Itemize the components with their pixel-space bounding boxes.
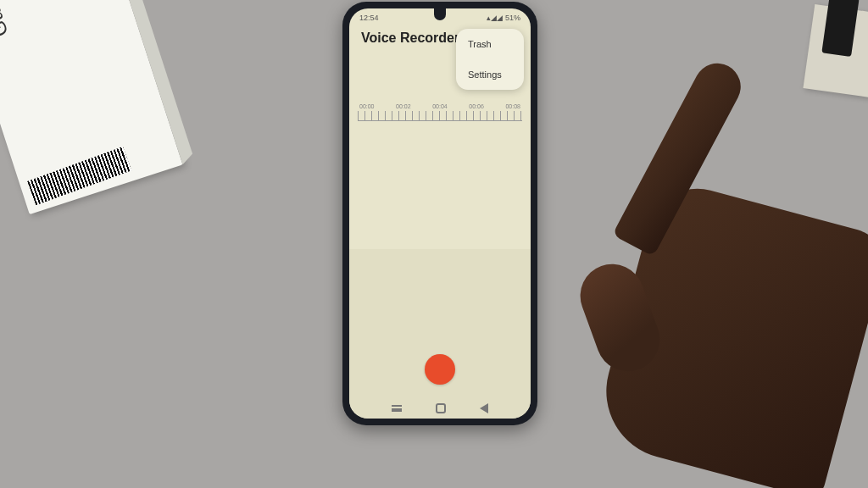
- menu-item-trash[interactable]: Trash: [456, 29, 524, 59]
- time-label: 00:02: [396, 103, 411, 109]
- palm: [591, 177, 868, 488]
- notch: [434, 8, 446, 20]
- timeline-area: 00:00 00:02 00:04 00:06 00:08: [349, 103, 531, 129]
- time-label: 00:08: [505, 103, 520, 109]
- thumb: [571, 255, 669, 380]
- index-finger: [612, 55, 748, 257]
- battery-text: 51%: [505, 14, 520, 22]
- android-nav-bar: [349, 398, 531, 419]
- menu-item-settings[interactable]: Settings: [456, 59, 524, 90]
- barcode-icon: [27, 147, 131, 205]
- signal-icon: ▴◢◢: [487, 14, 503, 22]
- nav-home-icon[interactable]: [436, 403, 446, 413]
- product-box: Galaxy A06: [0, 0, 183, 214]
- overflow-menu: Trash Settings: [456, 29, 524, 90]
- time-label: 00:00: [359, 103, 375, 109]
- status-time: 12:54: [359, 14, 379, 22]
- time-labels: 00:00 00:02 00:04 00:06 00:08: [358, 103, 522, 109]
- box-product-name: Galaxy A06: [0, 0, 14, 40]
- box-side: [114, 0, 192, 164]
- phone-device: 12:54 ▴◢◢ 51% Voice Recorder Trash Setti…: [342, 2, 537, 425]
- status-icons: ▴◢◢ 51%: [487, 14, 520, 22]
- nav-recents-icon[interactable]: [392, 405, 402, 412]
- record-button[interactable]: [425, 354, 455, 385]
- time-label: 00:06: [469, 103, 484, 109]
- app-title: Voice Recorder: [361, 30, 459, 46]
- timeline-ticks: [358, 111, 522, 121]
- nav-back-icon[interactable]: [480, 403, 488, 413]
- recorder-panel: [349, 249, 531, 419]
- timeline[interactable]: 00:00 00:02 00:04 00:06 00:08: [358, 103, 522, 129]
- phone-screen: 12:54 ▴◢◢ 51% Voice Recorder Trash Setti…: [349, 8, 531, 419]
- time-label: 00:04: [432, 103, 448, 109]
